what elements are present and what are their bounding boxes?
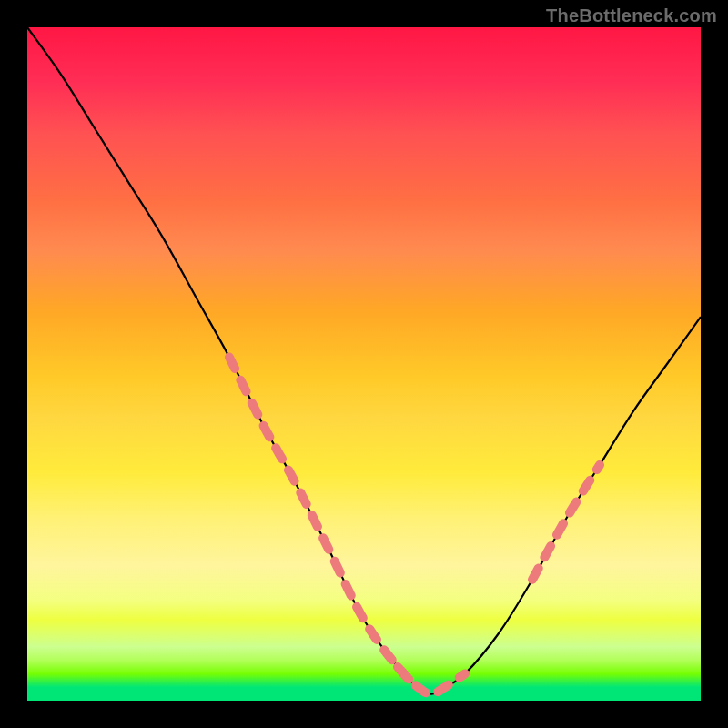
- curve-group: [27, 27, 701, 694]
- dotted-overlay: [229, 358, 418, 688]
- dots-group: [229, 358, 600, 694]
- curve-path: [27, 27, 701, 694]
- plot-area: [27, 27, 701, 701]
- dotted-overlay: [532, 465, 600, 580]
- dotted-overlay: [398, 667, 465, 694]
- chart-container: TheBottleneck.com: [0, 0, 728, 728]
- chart-svg: [27, 27, 701, 701]
- watermark-label: TheBottleneck.com: [546, 5, 717, 26]
